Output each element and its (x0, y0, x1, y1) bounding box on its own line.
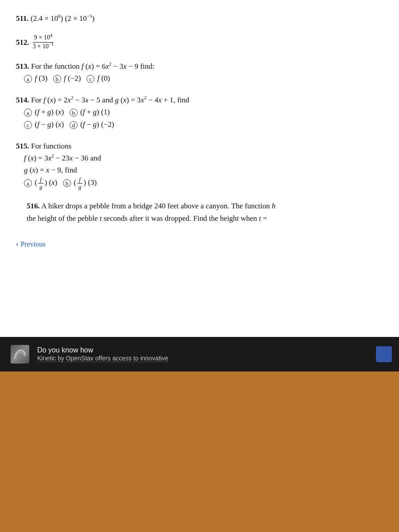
problem-512-fraction: 9 × 104 3 × 10−1 (33, 34, 54, 51)
problem-514: 514. For f (x) = 2x2 − 3x − 5 and g (x) … (16, 94, 383, 130)
problem-515-block: f (x) = 3x2 − 23x − 36 and g (x) = x − 9… (24, 152, 383, 191)
circle-a2: a (24, 109, 32, 117)
circle-c2: c (24, 121, 32, 129)
bottom-bar: Do you know how Kinetic by OpenStax offe… (0, 337, 399, 372)
problem-516-number: 516. (27, 202, 40, 210)
circle-b2: b (70, 109, 78, 117)
circle-b3: b (63, 179, 71, 187)
problem-511: 511. (2.4 × 108) (2 × 10−5) (16, 12, 383, 24)
problem-514-subitems-row2: c (f − g) (x) d (f − g) (−2) (24, 120, 114, 129)
bottom-bar-logo (11, 345, 29, 364)
circle-c: c (86, 75, 94, 83)
circle-a3: a (24, 179, 32, 187)
problem-514-subitems-row1: a (f + g) (x) b (f + g) (1) (24, 108, 110, 116)
content-card: 511. (2.4 × 108) (2 × 10−5) 512. 9 × 104… (0, 0, 399, 337)
circle-b: b (53, 75, 61, 83)
problem-513: 513. For the function f (x) = 6x2 − 3x −… (16, 60, 383, 84)
problem-513-number: 513. (16, 62, 29, 70)
problem-513-subitems: a f (3) b f (−2) c f (0) (24, 74, 110, 82)
problem-512: 512. 9 × 104 3 × 10−1 (16, 34, 383, 51)
bottom-bar-right-button[interactable] (376, 346, 392, 362)
previous-link-container: Previous (16, 234, 383, 249)
problem-512-number: 512. (16, 36, 29, 48)
bottom-bar-tagline: Kinetic by OpenStax offers access to inn… (37, 355, 168, 362)
problem-515-subitems: a (fg) (x) b (fg) (3) (24, 178, 97, 187)
circle-a: a (24, 75, 32, 83)
problem-516: 516. A hiker drops a pebble from a bridg… (27, 200, 383, 224)
previous-link[interactable]: Previous (16, 239, 46, 249)
bottom-bar-text-block: Do you know how Kinetic by OpenStax offe… (37, 346, 168, 362)
circle-d2: d (70, 121, 78, 129)
problem-511-number: 511. (16, 14, 29, 23)
bottom-bar-main-text: Do you know how (37, 346, 93, 354)
problem-515-number: 515. (16, 142, 29, 150)
problem-514-number: 514. (16, 96, 29, 104)
problem-515: 515. For functions f (x) = 3x2 − 23x − 3… (16, 140, 383, 191)
